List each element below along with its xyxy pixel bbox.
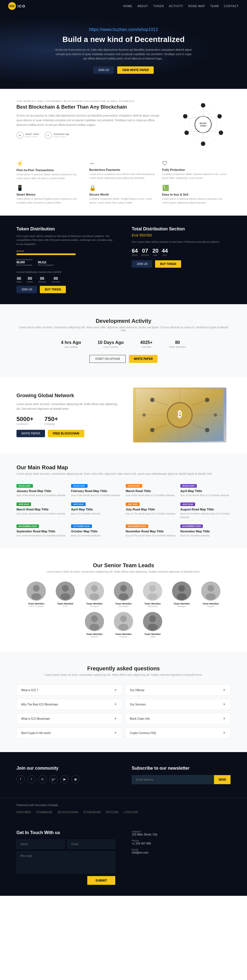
- network-blockchain-button[interactable]: FREE BLOCKCHAIN: [48, 430, 84, 437]
- roadmap-item-1: ROAD MAP February Road Map Tittle Due of…: [71, 484, 121, 498]
- faq-item-7[interactable]: Crypto Currency FAQ ▼: [125, 727, 231, 738]
- team-name-5: Team Member: [169, 602, 194, 605]
- team-member-9: Team Member Legal: [140, 612, 165, 638]
- faq-item-4[interactable]: What is ICO Blockchain ▼: [16, 713, 122, 724]
- team-name-9: Team Member: [140, 633, 165, 635]
- roadmap-item-3: ROAD MAP April Map Tittle Due of the Mon…: [180, 484, 231, 498]
- total-join-button[interactable]: JOIN US: [132, 260, 152, 268]
- dev-desc: Lorem ipsum dolor sit amet, consectetur …: [16, 326, 231, 332]
- blockchain-title: Best Blockchain & Better Than Any Blockc…: [16, 104, 165, 110]
- svg-point-37: [61, 593, 70, 600]
- contact-email-input[interactable]: [67, 840, 115, 849]
- social-twitter[interactable]: t: [27, 775, 36, 783]
- nav-activity[interactable]: ACTIVITY: [169, 5, 183, 8]
- newsletter-input[interactable]: [132, 775, 214, 784]
- nav-roadmap[interactable]: ROAD MAP: [188, 5, 205, 8]
- faq-item-3[interactable]: Our Services ▼: [125, 699, 231, 710]
- contact-info-label-2: Email: [132, 848, 231, 851]
- roadmap-item-desc-4: Due of the Month Best ICO Portfolio Webs…: [16, 512, 67, 516]
- token-bar-container: BONUS: [16, 250, 115, 255]
- team-member-7: Team Member Advisor: [82, 612, 107, 638]
- svg-point-27: [214, 413, 217, 417]
- newsletter-form: SEND: [132, 775, 231, 784]
- token-buy-button[interactable]: BUY TOKEN: [40, 286, 66, 293]
- faq-item-1[interactable]: Our Offered ▼: [125, 685, 231, 695]
- social-icons: f t in g+ ▶ ◉: [16, 775, 115, 783]
- faq-item-5[interactable]: Block Chain Info ▼: [125, 713, 231, 724]
- nav-about[interactable]: ABOUT: [137, 5, 148, 8]
- roadmap-badge-4: APR 2018: [16, 503, 31, 506]
- team-avatar-9: [143, 612, 162, 631]
- svg-point-61: [148, 624, 158, 630]
- team-title: Our Senior Team Leads: [16, 562, 231, 569]
- feature-title-1: Borderless Payments: [89, 168, 158, 172]
- meta-label-1: Watch Video: [25, 133, 39, 135]
- network-whitepaper-button[interactable]: WHITE PAPER: [16, 430, 45, 437]
- roadmap-item-desc-11: Best ICO Portfolio Website: [180, 534, 231, 538]
- roadmap-item-6: JUL 2018 July Road Map Tittle Due of The…: [126, 502, 176, 520]
- nav-team[interactable]: TEAM: [210, 5, 219, 8]
- social-facebook[interactable]: f: [16, 775, 25, 783]
- svg-point-45: [149, 585, 156, 592]
- faq-question-2: Why The Best ICO Blockchain: [21, 703, 58, 706]
- nav-logo[interactable]: ICO ICO: [8, 2, 25, 10]
- faq-arrow-3: ▼: [223, 702, 226, 706]
- contact-submit-button[interactable]: SUBMIT: [87, 876, 115, 885]
- team-role-3: Developer: [111, 605, 136, 608]
- nav-contact[interactable]: CONTACT: [224, 5, 239, 8]
- newsletter-send-button[interactable]: SEND: [214, 775, 231, 784]
- social-youtube[interactable]: ▶: [61, 775, 69, 783]
- roadmap-badge-11: NOVEMBER 2018: [180, 524, 203, 528]
- nav-home[interactable]: HOME: [123, 5, 132, 8]
- countdown-days: 64 DAYS: [132, 248, 138, 256]
- join-button[interactable]: JOIN US: [93, 66, 114, 74]
- token-stat-1: New Distribution 88,800 ETH Purchased: [16, 258, 32, 266]
- dev-stat-2: 4025+ Commits: [140, 340, 153, 348]
- nav-token[interactable]: TOKEN: [153, 5, 164, 8]
- roadmap-item-title-6: July Road Map Tittle: [126, 508, 176, 511]
- contact-name-input[interactable]: [16, 840, 64, 849]
- social-googleplus[interactable]: g+: [49, 775, 57, 783]
- social-linkedin[interactable]: in: [38, 775, 47, 783]
- team-member-3: Team Member Developer: [111, 581, 136, 608]
- whitepaper-button[interactable]: VIEW WHITE PAPER: [117, 66, 154, 74]
- team-member-5: Team Member Manager: [169, 581, 194, 608]
- roadmap-badge-1: ROAD MAP: [71, 484, 88, 488]
- contact-message-textarea[interactable]: [16, 851, 115, 873]
- github-button[interactable]: START ON GITHUB: [89, 355, 126, 363]
- team-avatar-5: [172, 581, 191, 601]
- contact-info-value-1: +1 234 567 890: [132, 842, 231, 845]
- feature-desc-0: Lorem ipsum in placerat 'atelier' phasor…: [16, 173, 85, 180]
- svg-point-55: [89, 624, 99, 630]
- network-visual: BLOCK CHAIN: [178, 100, 228, 149]
- partners-section: Partnered with Innovative Globally PARTN…: [0, 798, 247, 819]
- total-buy-button[interactable]: BUY TOKEN: [155, 260, 181, 268]
- faq-grid: What is ICO ? ▼ Our Offered ▼ Why The Be…: [16, 685, 231, 738]
- svg-point-60: [149, 616, 156, 622]
- roadmap-desc: Lorem ipsum dolor sit amet, consectetur …: [16, 472, 231, 475]
- roadmap-item-8: NOVEMBER 2018 September Road Map Tittle …: [16, 524, 67, 538]
- roadmap-item-0: ROAD MAP January Road Map Tittle Due of …: [16, 484, 67, 498]
- meta-item-1[interactable]: ▶ Watch Video Event Finder: [16, 132, 39, 139]
- svg-point-33: [33, 585, 40, 592]
- following-value: 750+: [45, 415, 58, 423]
- social-rss[interactable]: ◉: [71, 775, 80, 783]
- team-role-5: Manager: [169, 605, 194, 608]
- token-join-button[interactable]: JOIN US: [16, 286, 37, 293]
- meta-icon-2: ⊕: [45, 132, 52, 139]
- faq-item-6[interactable]: Best Crypto In the world ▼: [16, 727, 122, 738]
- token-section: Token Distribution ICO Crypto token will…: [0, 216, 247, 304]
- nav-links: HOME ABOUT TOKEN ACTIVITY ROAD MAP TEAM …: [123, 5, 239, 8]
- svg-line-15: [189, 130, 203, 133]
- dev-whitepaper-button[interactable]: WHITE PAPER: [129, 355, 158, 363]
- svg-point-5: [201, 103, 205, 108]
- svg-point-49: [177, 593, 186, 600]
- meta-sub-1: Event Finder: [25, 135, 39, 138]
- faq-item-2[interactable]: Why The Best ICO Blockchain ▼: [16, 699, 122, 710]
- svg-point-6: [217, 114, 222, 118]
- faq-item-0[interactable]: What is ICO ? ▼: [16, 685, 122, 695]
- contact-left: Get In Touch With us SUBMIT: [16, 830, 115, 885]
- meta-item-2[interactable]: ⊕ Download App Event Finder: [45, 132, 69, 139]
- customers-value: 5000+: [16, 415, 33, 423]
- team-role-0: CEO / Founder: [24, 605, 49, 608]
